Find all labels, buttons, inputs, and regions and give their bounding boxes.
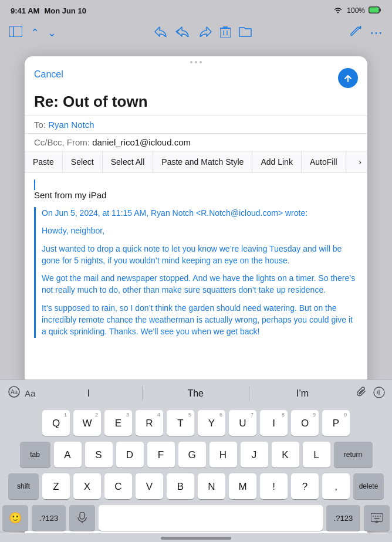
text-cursor (34, 179, 35, 190)
autofill-button[interactable]: AutoFill (302, 151, 346, 172)
key-comma[interactable]: , (322, 473, 350, 499)
key-tab[interactable]: tab (20, 442, 50, 468)
key-z[interactable]: Z (42, 473, 70, 499)
key-d[interactable]: D (116, 442, 144, 468)
top-toolbar: ⌃ ⌄ ⋯ (0, 19, 392, 47)
svg-text:Aa: Aa (11, 389, 18, 395)
add-link-button[interactable]: Add Link (252, 151, 301, 172)
key-f[interactable]: F (147, 442, 175, 468)
key-b[interactable]: B (167, 473, 194, 499)
sidebar-icon[interactable] (9, 26, 22, 40)
paste-match-style-button[interactable]: Paste and Match Style (153, 151, 252, 172)
predictive-word-3[interactable]: I’m (249, 386, 356, 401)
key-i[interactable]: 8I (260, 410, 288, 436)
key-s[interactable]: S (85, 442, 113, 468)
more-icon[interactable]: ⋯ (370, 25, 383, 40)
compose-icon[interactable] (350, 26, 361, 40)
reply-icon[interactable] (154, 26, 167, 40)
cc-bcc-label: Cc/Bcc, From: (34, 137, 90, 147)
key-o[interactable]: 9O (291, 410, 319, 436)
key-c[interactable]: C (104, 473, 132, 499)
forward-icon[interactable] (199, 26, 212, 40)
home-indicator (0, 533, 392, 542)
key-num-toggle-left[interactable]: .?123 (32, 505, 66, 531)
key-e[interactable]: 3E (104, 410, 132, 436)
cancel-button[interactable]: Cancel (34, 68, 63, 81)
keyboard-font-label[interactable]: Aa (25, 388, 35, 398)
key-shift[interactable]: shift (8, 473, 39, 499)
keyboard-row-2: tab A S D F G H J K L return (2, 442, 390, 468)
cc-bcc-field: Cc/Bcc, From: daniel_rico1@icloud.com (25, 133, 367, 151)
reply-all-icon[interactable] (175, 26, 191, 40)
key-g[interactable]: G (178, 442, 206, 468)
key-num-toggle-right[interactable]: .?123 (326, 505, 360, 531)
key-mic[interactable] (69, 505, 95, 531)
predictive-word-1[interactable]: I (35, 386, 142, 401)
keyboard-row-1: 1Q 2W 3E 4R 5T 6Y 7U 8I 9O 0P (2, 410, 390, 436)
key-k[interactable]: K (272, 442, 299, 468)
wifi-icon (334, 6, 343, 15)
trash-icon[interactable] (220, 26, 231, 40)
key-w[interactable]: 2W (73, 410, 101, 436)
dictation-icon[interactable] (373, 387, 385, 401)
send-button[interactable] (338, 68, 358, 88)
home-bar (161, 537, 231, 540)
key-return[interactable]: return (334, 442, 373, 468)
status-time: 9:41 AM (11, 6, 39, 15)
keyboard: 1Q 2W 3E 4R 5T 6Y 7U 8I 9O 0P tab A S D … (0, 406, 392, 531)
context-toolbar: Paste Select Select All Paste and Match … (25, 151, 367, 173)
svg-rect-3 (9, 26, 22, 37)
key-x[interactable]: X (73, 473, 101, 499)
key-u[interactable]: 7U (229, 410, 256, 436)
key-v[interactable]: V (136, 473, 163, 499)
folder-icon[interactable] (239, 26, 252, 40)
quoted-block: On Jun 5, 2024, at 11:15 AM, Ryan Notch … (34, 207, 358, 338)
key-m[interactable]: M (229, 473, 256, 499)
key-n[interactable]: N (198, 473, 225, 499)
modal-handle (25, 56, 367, 66)
chevron-up-icon[interactable]: ⌃ (31, 26, 39, 39)
svg-rect-2 (370, 7, 379, 12)
select-all-button[interactable]: Select All (103, 151, 154, 172)
key-emoji[interactable]: 🙂 (2, 505, 28, 531)
keyboard-bottom-row: 🙂 .?123 .?123 (2, 505, 390, 531)
chevron-down-icon[interactable]: ⌄ (48, 26, 56, 39)
key-r[interactable]: 4R (136, 410, 163, 436)
predictive-words: I The I’m (35, 386, 356, 401)
keyboard-area: Aa Aa I The I’m 1Q 2W 3E 4R 5T 6Y 7U (0, 380, 392, 542)
predictive-word-2[interactable]: The (143, 386, 249, 401)
key-keyboard[interactable] (364, 505, 390, 531)
attachment-icon[interactable] (356, 387, 367, 401)
to-label: To: (34, 120, 46, 130)
paste-button[interactable]: Paste (25, 151, 63, 172)
quoted-paragraph-1: Howdy, neighbor, (42, 225, 358, 236)
key-h[interactable]: H (209, 442, 237, 468)
key-question[interactable]: ? (291, 473, 319, 499)
key-j[interactable]: J (241, 442, 268, 468)
email-subject: Re: Out of town (25, 93, 367, 116)
key-delete[interactable]: delete (353, 473, 384, 499)
quoted-paragraph-4: It’s supposed to rain, so I don’t think … (42, 302, 358, 338)
svg-rect-5 (220, 28, 231, 38)
select-button[interactable]: Select (63, 151, 103, 172)
to-value[interactable]: Ryan Notch (48, 120, 94, 130)
status-bar: 9:41 AM Mon Jun 10 100% (0, 0, 392, 19)
context-more-icon[interactable]: › (353, 153, 367, 171)
key-t[interactable]: 5T (167, 410, 194, 436)
key-a[interactable]: A (54, 442, 82, 468)
to-field: To: Ryan Notch (25, 116, 367, 133)
key-space[interactable] (99, 505, 323, 531)
key-q[interactable]: 1Q (42, 410, 70, 436)
key-y[interactable]: 6Y (198, 410, 225, 436)
key-exclaim[interactable]: ! (260, 473, 288, 499)
quoted-header: On Jun 5, 2024, at 11:15 AM, Ryan Notch … (42, 207, 358, 219)
svg-rect-14 (371, 513, 383, 521)
modal-header: Cancel (25, 66, 367, 93)
font-size-icon[interactable]: Aa (7, 386, 21, 401)
cursor-area (34, 179, 358, 190)
from-value: daniel_rico1@icloud.com (92, 137, 191, 147)
key-l[interactable]: L (303, 442, 330, 468)
keyboard-row-3: shift Z X C V B N M ! ? , delete (2, 473, 390, 499)
key-p[interactable]: 0P (322, 410, 350, 436)
battery-status: 100% (347, 6, 365, 15)
